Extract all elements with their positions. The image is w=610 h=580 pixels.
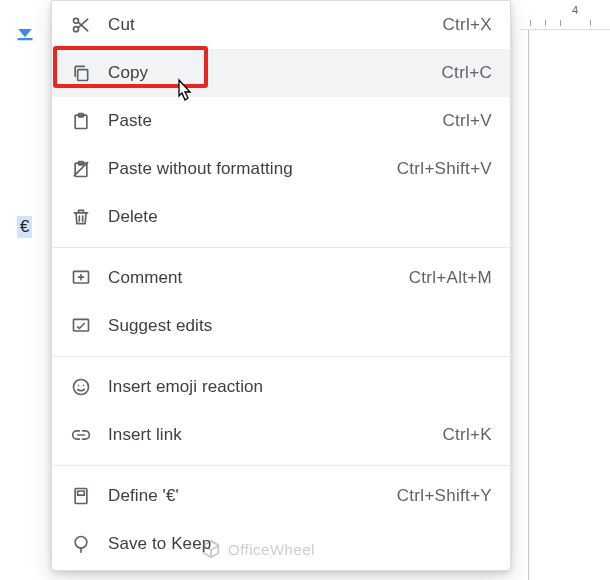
- menu-item-label: Cut: [108, 15, 442, 35]
- svg-rect-15: [74, 319, 89, 331]
- menu-item-label: Delete: [108, 207, 492, 227]
- menu-item-label: Paste: [108, 111, 442, 131]
- svg-rect-1: [18, 38, 33, 40]
- menu-item-shortcut: Ctrl+Shift+V: [397, 159, 492, 179]
- menu-item-delete[interactable]: Delete: [52, 193, 510, 241]
- menu-item-suggest[interactable]: Suggest edits: [52, 302, 510, 350]
- svg-rect-6: [78, 70, 88, 81]
- keep-icon: [70, 533, 92, 555]
- delete-icon: [70, 206, 92, 228]
- emoji-icon: [70, 376, 92, 398]
- menu-item-shortcut: Ctrl+K: [442, 425, 492, 445]
- menu-item-label: Comment: [108, 268, 409, 288]
- link-icon: [70, 424, 92, 446]
- menu-item-label: Paste without formatting: [108, 159, 397, 179]
- menu-item-copy[interactable]: CopyCtrl+C: [52, 49, 510, 97]
- menu-item-paste[interactable]: PasteCtrl+V: [52, 97, 510, 145]
- paint-format-icon: [16, 28, 34, 40]
- comment-icon: [70, 267, 92, 289]
- menu-item-label: Insert link: [108, 425, 442, 445]
- menu-item-emoji[interactable]: Insert emoji reaction: [52, 363, 510, 411]
- menu-item-paste-plain[interactable]: Paste without formattingCtrl+Shift+V: [52, 145, 510, 193]
- paste-icon: [70, 110, 92, 132]
- menu-item-label: Suggest edits: [108, 316, 492, 336]
- toolbar-fragment: [0, 0, 45, 55]
- menu-item-keep[interactable]: Save to Keep: [52, 520, 510, 568]
- menu-separator: [52, 247, 510, 248]
- menu-item-cut[interactable]: CutCtrl+X: [52, 1, 510, 49]
- menu-item-link[interactable]: Insert linkCtrl+K: [52, 411, 510, 459]
- menu-separator: [52, 465, 510, 466]
- menu-item-shortcut: Ctrl+C: [442, 63, 492, 83]
- menu-item-label: Define '€': [108, 486, 397, 506]
- context-menu: CutCtrl+XCopyCtrl+CPasteCtrl+VPaste with…: [51, 0, 511, 571]
- menu-item-shortcut: Ctrl+Shift+Y: [397, 486, 492, 506]
- cut-icon: [70, 14, 92, 36]
- menu-item-label: Save to Keep: [108, 534, 492, 554]
- selected-text[interactable]: €: [17, 216, 32, 238]
- define-icon: [70, 485, 92, 507]
- menu-item-label: Copy: [108, 63, 442, 83]
- menu-item-comment[interactable]: CommentCtrl+Alt+M: [52, 254, 510, 302]
- menu-item-shortcut: Ctrl+Alt+M: [409, 268, 492, 288]
- svg-point-18: [83, 385, 85, 387]
- menu-item-define[interactable]: Define '€'Ctrl+Shift+Y: [52, 472, 510, 520]
- menu-separator: [52, 356, 510, 357]
- paste-plain-icon: [70, 158, 92, 180]
- suggest-icon: [70, 315, 92, 337]
- menu-item-label: Insert emoji reaction: [108, 377, 492, 397]
- svg-marker-0: [18, 29, 32, 37]
- copy-icon: [70, 62, 92, 84]
- ruler: 4: [520, 0, 610, 30]
- menu-item-shortcut: Ctrl+V: [442, 111, 492, 131]
- svg-point-21: [75, 537, 87, 549]
- svg-point-16: [74, 380, 89, 395]
- menu-item-shortcut: Ctrl+X: [442, 15, 492, 35]
- svg-point-17: [78, 385, 80, 387]
- svg-rect-20: [78, 491, 85, 495]
- page-edge: [528, 30, 610, 580]
- ruler-number: 4: [572, 4, 578, 16]
